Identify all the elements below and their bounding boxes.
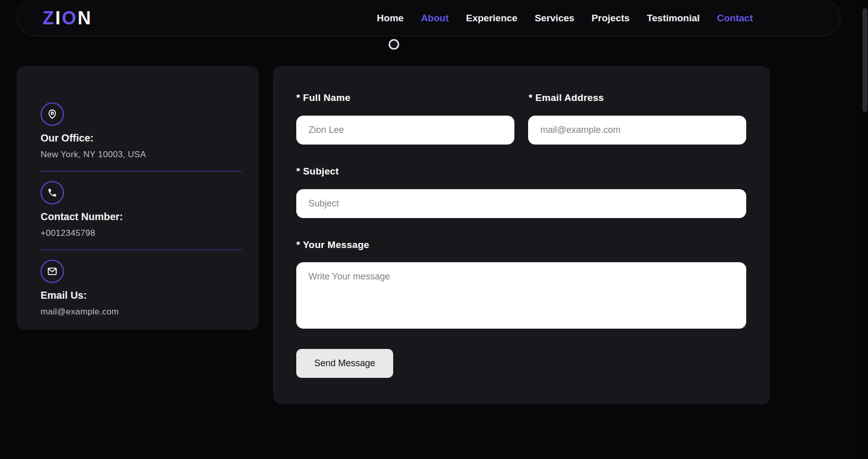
location-pin-icon xyxy=(41,102,64,126)
nav-item-home[interactable]: Home xyxy=(377,13,404,24)
scroll-progress-indicator xyxy=(389,39,399,50)
brand-letter: O xyxy=(62,8,78,29)
scrollbar-track xyxy=(862,0,868,459)
email-title: Email Us: xyxy=(41,290,241,301)
email-address: mail@example.com xyxy=(41,307,241,317)
info-item-phone: Contact Number: +0012345798 xyxy=(41,181,241,238)
contact-info-card: Our Office: New York, NY 10003, USA Cont… xyxy=(17,66,259,330)
divider xyxy=(41,250,241,250)
office-address: New York, NY 10003, USA xyxy=(41,150,241,160)
subject-label: * Subject xyxy=(296,166,339,177)
email-input[interactable] xyxy=(528,116,746,145)
full-name-label: * Full Name xyxy=(296,92,351,103)
message-textarea[interactable] xyxy=(296,262,746,329)
brand-letter: Z xyxy=(43,8,55,29)
info-item-office: Our Office: New York, NY 10003, USA xyxy=(41,102,241,160)
envelope-icon xyxy=(41,260,64,283)
email-label: * Email Address xyxy=(529,92,604,103)
nav-item-experience[interactable]: Experience xyxy=(466,13,517,24)
info-item-email: Email Us: mail@example.com xyxy=(41,260,241,317)
nav-item-services[interactable]: Services xyxy=(535,13,574,24)
phone-title: Contact Number: xyxy=(41,211,241,223)
navbar: ZION Home About Experience Services Proj… xyxy=(17,0,841,36)
nav-item-testimonial[interactable]: Testimonial xyxy=(647,13,700,24)
subject-input[interactable] xyxy=(296,189,746,218)
brand-letter: N xyxy=(78,8,92,29)
contact-form-card: * Full Name * Email Address * Subject * … xyxy=(273,66,770,404)
phone-number: +0012345798 xyxy=(41,228,241,238)
full-name-input[interactable] xyxy=(296,116,514,145)
message-label: * Your Message xyxy=(296,239,369,251)
nav-item-projects[interactable]: Projects xyxy=(592,13,630,24)
send-message-button[interactable]: Send Message xyxy=(296,349,393,378)
nav-item-contact[interactable]: Contact xyxy=(717,13,753,24)
brand-logo[interactable]: ZION xyxy=(43,0,92,37)
phone-icon xyxy=(41,181,64,204)
office-title: Our Office: xyxy=(41,132,241,144)
scrollbar-thumb[interactable] xyxy=(862,8,867,112)
contact-page: ZION Home About Experience Services Proj… xyxy=(0,0,868,459)
nav-links: Home About Experience Services Projects … xyxy=(377,0,753,37)
divider xyxy=(41,171,241,171)
nav-item-about[interactable]: About xyxy=(421,13,449,24)
brand-letter: I xyxy=(55,8,62,29)
